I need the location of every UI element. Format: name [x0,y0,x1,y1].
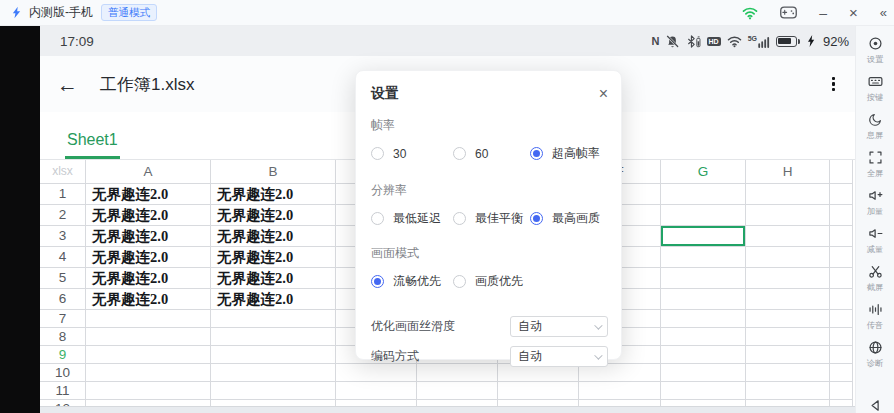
sidebar-item-fullscreen[interactable]: 全屏 [856,146,894,184]
cell-G11[interactable] [661,382,746,400]
cell-H11[interactable] [746,382,830,400]
cell-D11[interactable] [417,382,498,400]
cell-sliver5[interactable] [830,268,853,289]
row-header-10[interactable]: 10 [40,364,86,382]
cell-sliver4[interactable] [830,247,853,268]
radio-option-最低延迟[interactable]: 最低延迟 [371,210,453,227]
row-header-8[interactable]: 8 [40,328,86,346]
cell-B7[interactable] [211,310,336,328]
sidebar-item-audio[interactable]: 传音 [856,298,894,336]
row-header-1[interactable]: 1 [40,184,86,205]
cell-A5[interactable]: 无界趣连2.0 [86,268,211,289]
row-header-4[interactable]: 4 [40,247,86,268]
cell-sliver8[interactable] [830,328,853,346]
cell-B4[interactable]: 无界趣连2.0 [211,247,336,268]
cell-G1[interactable] [661,184,746,205]
column-header-A[interactable]: A [86,160,211,184]
row-header-5[interactable]: 5 [40,268,86,289]
cell-A8[interactable] [86,328,211,346]
sidebar-item-settings[interactable]: 设置 [856,32,894,70]
sidebar-item-keys[interactable]: 按键 [856,70,894,108]
radio-option-30[interactable]: 30 [371,147,453,161]
cell-H5[interactable] [746,268,830,289]
cell-sliver1[interactable] [830,184,853,205]
cell-sliver2[interactable] [830,205,853,226]
cell-H1[interactable] [746,184,830,205]
cell-H10[interactable] [746,364,830,382]
cell-H7[interactable] [746,310,830,328]
cell-B9[interactable] [211,346,336,364]
cell-G9[interactable] [661,346,746,364]
cell-B6[interactable]: 无界趣连2.0 [211,289,336,310]
cell-H9[interactable] [746,346,830,364]
cell-A7[interactable] [86,310,211,328]
cell-B2[interactable]: 无界趣连2.0 [211,205,336,226]
sidebar-item-volume-down[interactable]: 减量 [856,222,894,260]
sidebar-item-screen-off[interactable]: 息屏 [856,108,894,146]
cell-G10[interactable] [661,364,746,382]
cell-B8[interactable] [211,328,336,346]
dialog-close-icon[interactable]: × [599,86,608,102]
row-header-11[interactable]: 11 [40,382,86,400]
back-arrow-button[interactable]: ← [57,74,78,95]
radio-option-流畅优先[interactable]: 流畅优先 [371,273,453,290]
cell-G8[interactable] [661,328,746,346]
cell-sliver6[interactable] [830,289,853,310]
cell-B11[interactable] [211,382,336,400]
radio-option-超高帧率[interactable]: 超高帧率 [530,145,600,162]
sidebar-item-screenshot[interactable]: 截屏 [856,260,894,298]
cell-G3[interactable] [661,226,746,247]
cell-A11[interactable] [86,382,211,400]
cell-B3[interactable]: 无界趣连2.0 [211,226,336,247]
overflow-menu-button[interactable] [828,73,839,96]
row-header-2[interactable]: 2 [40,205,86,226]
cell-H3[interactable] [746,226,830,247]
dropdown-select[interactable]: 自动 [510,316,608,337]
cell-H2[interactable] [746,205,830,226]
sidebar-item-volume-up[interactable]: 加量 [856,184,894,222]
cell-sliver9[interactable] [830,346,853,364]
cell-sliver3[interactable] [830,226,853,247]
close-window-button[interactable]: × [849,5,858,20]
minimize-button[interactable]: – [819,6,827,20]
radio-option-60[interactable]: 60 [453,147,530,161]
cell-B1[interactable]: 无界趣连2.0 [211,184,336,205]
cell-A9[interactable] [86,346,211,364]
cell-A2[interactable]: 无界趣连2.0 [86,205,211,226]
row-header-6[interactable]: 6 [40,289,86,310]
column-header-B[interactable]: B [211,160,336,184]
cell-A4[interactable]: 无界趣连2.0 [86,247,211,268]
dropdown-select[interactable]: 自动 [510,346,608,367]
cell-sliver7[interactable] [830,310,853,328]
row-header-3[interactable]: 3 [40,226,86,247]
nav-back-button[interactable] [868,395,883,413]
tab-sheet1[interactable]: Sheet1 [65,131,120,159]
cell-A3[interactable]: 无界趣连2.0 [86,226,211,247]
row-header-7[interactable]: 7 [40,310,86,328]
cell-G2[interactable] [661,205,746,226]
cell-F11[interactable] [579,382,661,400]
grid-corner[interactable]: xlsx [40,160,86,184]
cell-B5[interactable]: 无界趣连2.0 [211,268,336,289]
radio-option-最高画质[interactable]: 最高画质 [530,210,600,227]
collapse-sidebar-button[interactable]: « [880,6,886,19]
cell-B10[interactable] [211,364,336,382]
cell-H6[interactable] [746,289,830,310]
sidebar-item-diagnose[interactable]: 诊断 [856,336,894,374]
cell-C11[interactable] [336,382,417,400]
cell-G5[interactable] [661,268,746,289]
mode-badge[interactable]: 普通模式 [101,4,157,21]
cell-sliver11[interactable] [830,382,853,400]
column-header-G[interactable]: G [661,160,746,184]
cell-H4[interactable] [746,247,830,268]
cell-H8[interactable] [746,328,830,346]
column-header-H[interactable]: H [746,160,830,184]
cell-E11[interactable] [498,382,579,400]
radio-option-画质优先[interactable]: 画质优先 [453,273,523,290]
cell-A6[interactable]: 无界趣连2.0 [86,289,211,310]
gamepad-icon[interactable] [780,6,797,19]
cell-G4[interactable] [661,247,746,268]
column-header-sliver[interactable] [830,160,853,184]
cell-G6[interactable] [661,289,746,310]
cell-sliver10[interactable] [830,364,853,382]
